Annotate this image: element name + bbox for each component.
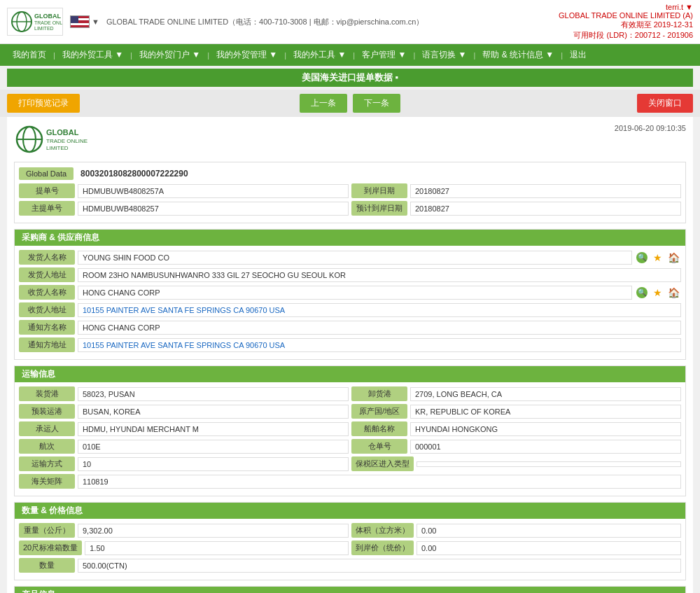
vessel-label: 船舶名称 (351, 421, 407, 436)
page-title: 美国海关进口提单数据 ▪ (7, 69, 693, 87)
main-content: GLOBAL TRADE ONLINE LIMITED 2019-06-20 0… (7, 117, 693, 593)
buyer-supplier-title: 采购商 & 供应商信息 (15, 230, 685, 246)
transport-section: 运输信息 装货港 58023, PUSAN 卸货港 2709, LONG BEA… (14, 365, 686, 496)
bill-no-value: HDMUBUWB4808257A (78, 184, 349, 198)
unit-price-value: 0.00 (416, 541, 681, 555)
quantity-price-title: 数量 & 价格信息 (15, 503, 685, 519)
transport-mode-value: 10 (78, 457, 349, 471)
warehouse-value: 000001 (410, 440, 681, 454)
notify-name-label: 通知方名称 (19, 320, 75, 335)
weight-value: 9,302.00 (78, 524, 349, 538)
master-bill-value: HDMUBUWB4808257 (78, 202, 349, 216)
est-arrival-label: 预计到岸日期 (351, 201, 407, 216)
language-selector[interactable]: ▼ (70, 15, 99, 28)
notify-addr-label: 通知方地址 (19, 337, 75, 352)
contact-info: GLOBAL TRADE ONLINE LIMITED（电话：400-710-3… (106, 17, 424, 27)
svg-text:LIMITED: LIMITED (46, 145, 69, 151)
master-bill-label: 主提单号 (19, 201, 75, 216)
global-data-label: Global Data (19, 167, 74, 180)
voyage-value: 010E (78, 440, 349, 454)
nav-exit[interactable]: 退出 (564, 47, 592, 63)
close-button-top[interactable]: 关闭窗口 (637, 94, 693, 113)
nav-foreign-tools[interactable]: 我的外工具 ▼ (288, 47, 351, 63)
est-arrival-value: 20180827 (410, 202, 681, 216)
prev-button-top[interactable]: 上一条 (300, 94, 347, 113)
shipper-addr-value: ROOM 23HO NAMBUSUNHWANRO 333 GIL 27 SEOC… (78, 268, 681, 282)
shipper-home-icon[interactable]: 🏠 (668, 252, 680, 263)
voyage-label: 航次 (19, 439, 75, 454)
customs-value: 110819 (78, 475, 681, 489)
preloading-value: BUSAN, KOREA (78, 405, 349, 419)
origin-value: KR, REPUBLIC OF KOREA (410, 405, 681, 419)
consignee-addr-label: 收货人地址 (19, 302, 75, 317)
notify-name-value: HONG CHANG CORP (78, 321, 681, 335)
consignee-addr-value: 10155 PAINTER AVE SANTA FE SPRINGS CA 90… (78, 303, 681, 317)
qty-value: 500.00(CTN) (78, 559, 681, 573)
top-header: GLOBAL TRADE ONLINE LIMITED ▼ GLOBAL TRA… (0, 0, 700, 44)
svg-text:GLOBAL: GLOBAL (34, 13, 61, 20)
expiry-date: 有效期至 2019-12-31 (559, 20, 693, 30)
shipper-search-icon[interactable]: 🔍 (636, 252, 648, 263)
global-data-section: Global Data 80032018082800007222290 提单号 … (14, 162, 686, 223)
volume-label: 体积（立方米） (351, 523, 414, 538)
nav-portal[interactable]: 我的外贸门户 ▼ (134, 47, 206, 63)
consignee-search-icon[interactable]: 🔍 (636, 287, 648, 298)
buyer-supplier-section: 采购商 & 供应商信息 发货人名称 YOUNG SHIN FOOD CO 🔍 ★… (14, 229, 686, 360)
doc-date: 2019-06-20 09:10:35 (615, 124, 686, 132)
customs-label: 海关矩阵 (19, 474, 75, 489)
nav-customers[interactable]: 客户管理 ▼ (356, 47, 412, 63)
svg-text:GLOBAL: GLOBAL (46, 128, 79, 137)
loading-port-value: 58023, PUSAN (78, 387, 349, 401)
consignee-star-icon[interactable]: ★ (653, 287, 662, 298)
nav-help[interactable]: 帮助 & 统计信息 ▼ (477, 47, 559, 63)
account-name: GLOBAL TRADE ONLINE LIMITED (A) (559, 11, 693, 20)
svg-text:TRADE ONLINE: TRADE ONLINE (46, 138, 88, 144)
carrier-value: HDMU, HYUNDAI MERCHANT M (78, 422, 349, 436)
notify-addr-value: 10155 PAINTER AVE SANTA FE SPRINGS CA 90… (78, 338, 681, 352)
shipper-addr-label: 发货人地址 (19, 267, 75, 282)
svg-text:TRADE ONLINE: TRADE ONLINE (34, 20, 62, 25)
doc-header: GLOBAL TRADE ONLINE LIMITED 2019-06-20 0… (14, 124, 686, 155)
logo-box: GLOBAL TRADE ONLINE LIMITED (7, 8, 63, 36)
unit-price-label: 到岸价（统价） (351, 540, 414, 555)
product-section: 产品信息 佐装箱编号 BMOU9758890（/ L / PP） 集装箱尺寸 4… (14, 586, 686, 593)
origin-label: 原产国/地区 (351, 404, 407, 419)
arrival-date-value: 20180827 (410, 184, 681, 198)
nav-language[interactable]: 语言切换 ▼ (416, 47, 472, 63)
ftz-value (416, 461, 681, 467)
shipper-star-icon[interactable]: ★ (653, 252, 662, 263)
svg-text:LIMITED: LIMITED (34, 26, 54, 31)
next-button-top[interactable]: 下一条 (353, 94, 400, 113)
consignee-name-value: HONG CHANG CORP (78, 286, 632, 300)
shipper-name-value: YOUNG SHIN FOOD CO (78, 251, 632, 265)
arrival-date-label: 到岸日期 (351, 183, 407, 198)
nav-bar: 我的首页 | 我的外贸工具 ▼ | 我的外贸门户 ▼ | 我的外贸管理 ▼ | … (0, 44, 700, 66)
print-button-top[interactable]: 打印预览记录 (7, 94, 80, 113)
warehouse-label: 仓单号 (351, 439, 407, 454)
transport-mode-label: 运输方式 (19, 456, 75, 471)
logo-area: GLOBAL TRADE ONLINE LIMITED ▼ GLOBAL TRA… (7, 8, 424, 36)
teu-label: 20尺标准箱数量 (19, 540, 82, 555)
bill-no-label: 提单号 (19, 183, 75, 198)
preloading-label: 预装运港 (19, 404, 75, 419)
teu-value: 1.50 (85, 541, 349, 555)
consignee-home-icon[interactable]: 🏠 (668, 287, 680, 298)
weight-label: 重量（公斤） (19, 523, 75, 538)
qty-label: 数量 (19, 558, 75, 573)
shipper-name-label: 发货人名称 (19, 250, 75, 265)
product-title: 产品信息 (15, 587, 685, 593)
consignee-name-label: 收货人名称 (19, 285, 75, 300)
top-action-bar: 打印预览记录 上一条 下一条 关闭窗口 (0, 90, 700, 117)
transport-title: 运输信息 (15, 366, 685, 382)
ldr-range: 可用时段 (LDR)：200712 - 201906 (559, 30, 693, 41)
nav-management[interactable]: 我的外贸管理 ▼ (211, 47, 283, 63)
user-info: terri.t ▼ GLOBAL TRADE ONLINE LIMITED (A… (559, 3, 693, 41)
nav-tools[interactable]: 我的外贸工具 ▼ (57, 47, 129, 63)
volume-value: 0.00 (416, 524, 681, 538)
loading-port-label: 装货港 (19, 386, 75, 401)
carrier-label: 承运人 (19, 421, 75, 436)
doc-logo: GLOBAL TRADE ONLINE LIMITED (14, 124, 91, 155)
username[interactable]: terri.t ▼ (559, 3, 693, 11)
unloading-port-label: 卸货港 (351, 386, 407, 401)
nav-home[interactable]: 我的首页 (7, 47, 52, 63)
